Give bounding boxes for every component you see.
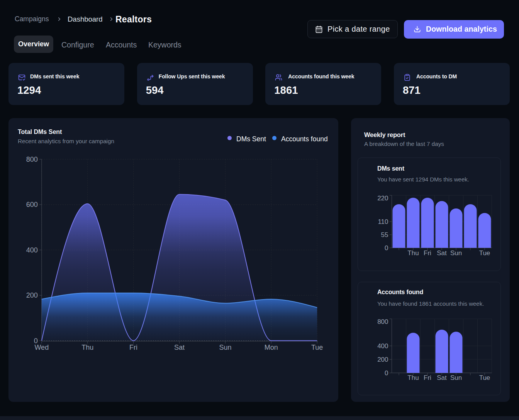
svg-text:Sun: Sun — [219, 344, 231, 351]
svg-text:Thu: Thu — [81, 344, 93, 351]
svg-text:0: 0 — [385, 369, 388, 377]
svg-text:Thu: Thu — [407, 249, 419, 257]
svg-text:Fri: Fri — [424, 374, 431, 381]
svg-text:Sat: Sat — [437, 249, 447, 257]
svg-text:Mon: Mon — [265, 344, 278, 351]
svg-text:200: 200 — [26, 291, 38, 299]
svg-text:Thu: Thu — [407, 374, 419, 381]
svg-text:200: 200 — [377, 356, 388, 363]
svg-text:400: 400 — [26, 246, 38, 254]
svg-text:Wed: Wed — [34, 344, 49, 351]
svg-text:Sat: Sat — [174, 344, 185, 351]
svg-text:220: 220 — [377, 195, 388, 202]
svg-text:Tue: Tue — [479, 374, 490, 381]
svg-text:Sat: Sat — [437, 374, 447, 381]
svg-text:400: 400 — [377, 342, 388, 350]
svg-text:0: 0 — [385, 244, 388, 252]
svg-text:600: 600 — [26, 201, 38, 208]
svg-text:Sun: Sun — [450, 374, 462, 381]
svg-text:Fri: Fri — [129, 344, 137, 351]
svg-text:Tue: Tue — [311, 344, 323, 351]
svg-text:800: 800 — [26, 156, 38, 163]
svg-text:800: 800 — [377, 318, 388, 325]
svg-text:55: 55 — [381, 231, 388, 239]
svg-text:110: 110 — [378, 218, 388, 225]
svg-text:Tue: Tue — [479, 249, 490, 257]
svg-text:Fri: Fri — [424, 249, 431, 257]
svg-text:Sun: Sun — [450, 249, 462, 257]
